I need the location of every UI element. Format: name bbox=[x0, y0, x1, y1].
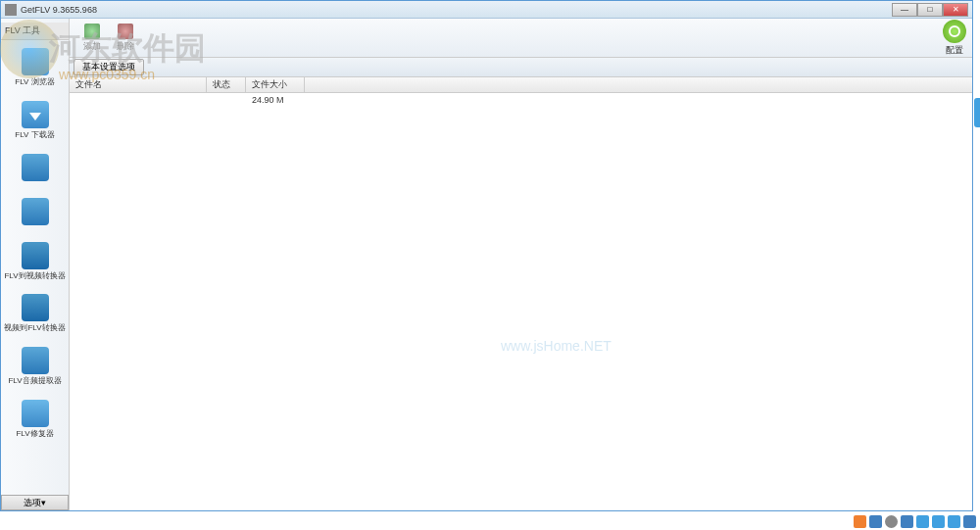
main-panel: 添加 删除 配置 基本设置选项 文件名 状态 文件大小 bbox=[70, 19, 972, 510]
sidebar-item-repair[interactable]: FLV修复器 bbox=[1, 392, 69, 445]
watermark-url: www.pc0359.cn bbox=[59, 67, 155, 82]
column-status[interactable]: 状态 bbox=[207, 77, 246, 92]
tray-icon[interactable] bbox=[916, 515, 929, 528]
sidebar-item-label: FLV音频提取器 bbox=[8, 377, 61, 386]
config-button[interactable]: 配置 bbox=[943, 20, 966, 57]
film-icon bbox=[22, 198, 49, 225]
tray-icon[interactable] bbox=[948, 515, 960, 528]
tray-icon[interactable] bbox=[854, 515, 866, 528]
tray-icon[interactable] bbox=[932, 515, 945, 528]
options-label: 选项 bbox=[24, 497, 41, 509]
sidebar-item-video-to-flv[interactable]: 视频到FLV转换器 bbox=[1, 286, 69, 339]
convert-icon bbox=[22, 294, 49, 321]
convert-icon bbox=[22, 242, 49, 269]
sidebar-item-label: FLV到视频转换器 bbox=[4, 272, 65, 281]
watermark-center: www.jsHome.NET bbox=[501, 338, 612, 354]
minimize-button[interactable]: — bbox=[892, 3, 917, 17]
tray-icon[interactable] bbox=[901, 515, 913, 528]
gear-icon bbox=[943, 20, 966, 43]
sidebar-bottom: 选项 ▾ bbox=[1, 495, 69, 510]
repair-icon bbox=[22, 400, 49, 427]
film-icon bbox=[22, 154, 49, 181]
audio-icon bbox=[22, 347, 49, 374]
titlebar[interactable]: GetFLV 9.3655.968 — □ ✕ bbox=[1, 1, 972, 19]
sidebar-item-downloader[interactable]: FLV 下载器 bbox=[1, 93, 69, 146]
sidebar: FLV 工具 FLV 浏览器 FLV 下载器 bbox=[1, 19, 70, 510]
sidebar-item-tool3[interactable] bbox=[1, 146, 69, 190]
column-filesize[interactable]: 文件大小 bbox=[246, 77, 305, 92]
list-body[interactable]: 24.90 M www.jsHome.NET bbox=[70, 93, 972, 510]
options-button[interactable]: 选项 ▾ bbox=[1, 495, 69, 510]
table-row[interactable]: 24.90 M bbox=[70, 93, 972, 107]
watermark-text: 河东软件园 bbox=[49, 27, 206, 71]
sidebar-item-tool4[interactable] bbox=[1, 190, 69, 234]
list-header: 文件名 状态 文件大小 bbox=[70, 77, 972, 93]
tray-ime-icon[interactable] bbox=[869, 515, 882, 528]
taskbar bbox=[0, 512, 980, 530]
sidebar-item-label: FLV 下载器 bbox=[15, 131, 54, 140]
scroll-handle[interactable] bbox=[974, 98, 980, 127]
download-icon bbox=[22, 101, 49, 128]
window-title: GetFLV 9.3655.968 bbox=[21, 5, 892, 15]
maximize-button[interactable]: □ bbox=[917, 3, 943, 17]
config-label: 配置 bbox=[946, 44, 963, 57]
sidebar-item-label: FLV修复器 bbox=[16, 430, 53, 439]
close-button[interactable]: ✕ bbox=[943, 3, 968, 17]
window-controls: — □ ✕ bbox=[892, 3, 968, 17]
sidebar-item-label: 视频到FLV转换器 bbox=[4, 324, 65, 333]
tray-chevron-up-icon[interactable] bbox=[963, 515, 976, 528]
cell-filesize: 24.90 M bbox=[246, 93, 305, 107]
content-area: FLV 工具 FLV 浏览器 FLV 下载器 bbox=[1, 19, 972, 510]
sidebar-item-audio-extract[interactable]: FLV音频提取器 bbox=[1, 339, 69, 392]
app-icon bbox=[5, 4, 17, 16]
cell-status bbox=[207, 93, 246, 107]
cell-filename bbox=[70, 93, 207, 107]
sidebar-item-flv-to-video[interactable]: FLV到视频转换器 bbox=[1, 234, 69, 287]
tray-moon-icon[interactable] bbox=[885, 515, 898, 528]
sidebar-item-label: FLV 浏览器 bbox=[15, 78, 54, 87]
